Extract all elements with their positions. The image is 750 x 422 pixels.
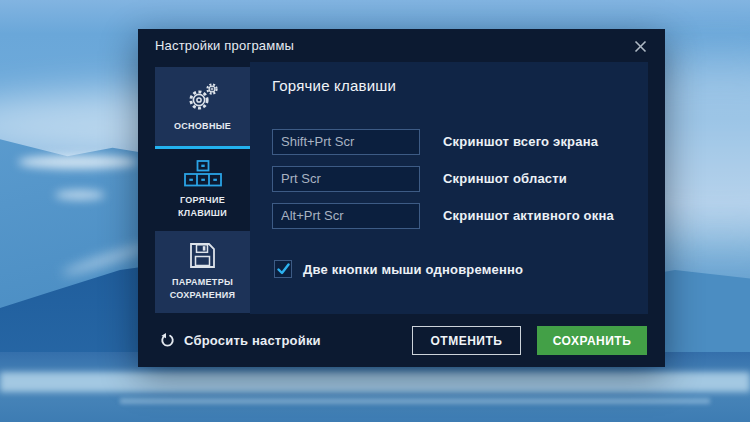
mouse-buttons-checkbox-row[interactable]: Две кнопки мыши одновременно [274,260,523,278]
footer-buttons: ОТМЕНИТЬ СОХРАНИТЬ [412,326,647,355]
hotkey-label: Скриншот всего экрана [443,134,598,149]
hotkey-row: Скриншот всего экрана [272,128,614,155]
checkbox-label: Две кнопки мыши одновременно [303,262,523,277]
hotkey-input-fullscreen[interactable] [272,129,420,155]
gears-icon [185,81,221,113]
dialog-title-bar: Настройки программы [138,29,665,62]
reset-label: Сбросить настройки [184,333,321,348]
sidebar-tabs: ОСНОВНЫЕ ГОРЯЧИЕ КЛАВИШИ [155,67,250,313]
hotkey-rows: Скриншот всего экрана Скриншот области С… [272,128,614,239]
dialog-title: Настройки программы [155,38,294,53]
background-water-highlight [120,398,710,404]
hotkeys-panel: Горячие клавиши Скриншот всего экрана Ск… [250,62,648,314]
hotkey-input-active-window[interactable] [272,203,420,229]
background-snow-patch [55,190,105,200]
hotkey-label: Скриншот активного окна [443,208,614,223]
sidebar-tab-saving[interactable]: ПАРАМЕТРЫ СОХРАНЕНИЯ [155,231,250,313]
close-icon[interactable] [631,37,649,55]
sidebar-tab-label: ОСНОВНЫЕ [174,120,231,133]
settings-dialog: Настройки программы ОСНОВНЫЕ [138,29,665,367]
reset-icon [160,333,175,348]
background-water-highlight [0,372,750,392]
checkbox-checked-icon[interactable] [274,260,292,278]
panel-heading: Горячие клавиши [272,77,396,94]
hotkey-input-area[interactable] [272,166,420,192]
save-button[interactable]: СОХРАНИТЬ [537,326,647,355]
reset-settings-button[interactable]: Сбросить настройки [160,333,321,348]
sidebar-tab-label: ГОРЯЧИЕ КЛАВИШИ [155,194,250,219]
hotkey-row: Скриншот активного окна [272,202,614,229]
background-snow-patch [18,155,138,169]
sidebar-tab-label: ПАРАМЕТРЫ СОХРАНЕНИЯ [155,276,250,301]
sidebar-tab-main[interactable]: ОСНОВНЫЕ [155,67,250,146]
dialog-footer: Сбросить настройки ОТМЕНИТЬ СОХРАНИТЬ [138,314,665,367]
cancel-button[interactable]: ОТМЕНИТЬ [412,326,521,355]
sidebar-tab-hotkeys[interactable]: ГОРЯЧИЕ КЛАВИШИ [155,149,250,231]
floppy-disk-icon [189,242,216,269]
hotkey-row: Скриншот области [272,165,614,192]
hotkey-label: Скриншот области [443,171,567,186]
keyboard-keys-icon [184,160,222,187]
